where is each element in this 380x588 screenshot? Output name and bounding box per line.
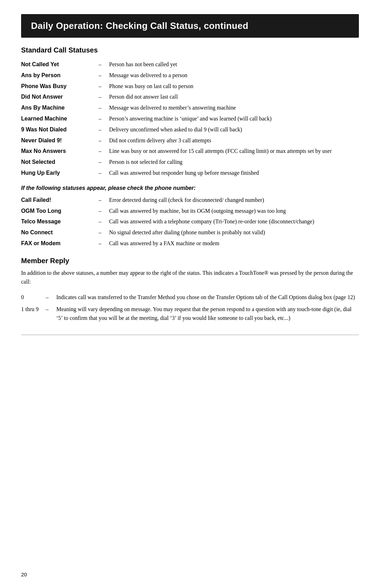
status-term: Phone Was Busy [21, 81, 99, 92]
status-term: No Connect [21, 227, 99, 238]
status-row: OGM Too Long–Call was answered by machin… [21, 206, 359, 217]
member-reply-section: Member Reply In addition to the above st… [21, 257, 359, 324]
status-term: Ans by Person [21, 70, 99, 81]
status-dash: – [99, 168, 109, 179]
member-reply-row: 0–Indicates call was transferred to the … [21, 291, 359, 303]
phone-check-heading: If the following statuses appear, please… [21, 185, 359, 191]
status-desc: Call was answered by machine, but its OG… [109, 206, 359, 217]
standard-statuses-table: Not Called Yet–Person has not been calle… [21, 59, 359, 179]
status-dash: – [99, 157, 109, 168]
status-term: FAX or Modem [21, 238, 99, 249]
status-row: No Connect–No signal detected after dial… [21, 227, 359, 238]
member-reply-row: 1 thru 9–Meaning will vary depending on … [21, 303, 359, 324]
status-desc: No signal detected after dialing (phone … [109, 227, 359, 238]
reply-dash: – [46, 291, 56, 303]
page-separator [21, 335, 359, 335]
status-dash: – [99, 124, 109, 135]
status-dash: – [99, 113, 109, 124]
status-row: Phone Was Busy–Phone was busy on last ca… [21, 81, 359, 92]
status-row: Learned Machine–Person’s answering machi… [21, 113, 359, 124]
status-desc: Person is not selected for calling [109, 157, 359, 168]
reply-number: 0 [21, 291, 46, 303]
status-term: Ans By Machine [21, 103, 99, 113]
status-term: Did Not Answer [21, 92, 99, 103]
reply-desc: Meaning will vary depending on message. … [56, 303, 359, 324]
page-header: Daily Operation: Checking Call Status, c… [21, 14, 359, 38]
status-dash: – [99, 195, 109, 206]
status-desc: Call was answered with a telephone compa… [109, 216, 359, 227]
status-row: Did Not Answer–Person did not answer las… [21, 92, 359, 103]
status-row: 9 Was Not Dialed–Delivery unconfirmed wh… [21, 124, 359, 135]
member-reply-intro: In addition to the above statuses, a num… [21, 268, 359, 286]
status-term: Never Dialed 9! [21, 135, 99, 146]
status-desc: Line was busy or not answered for 15 cal… [109, 146, 359, 157]
member-reply-title: Member Reply [21, 257, 359, 265]
page: Daily Operation: Checking Call Status, c… [0, 0, 380, 588]
phone-check-statuses-table: Call Failed!–Error detected during call … [21, 195, 359, 249]
status-dash: – [99, 146, 109, 157]
status-dash: – [99, 216, 109, 227]
status-desc: Person did not answer last call [109, 92, 359, 103]
status-term: Max No Answers [21, 146, 99, 157]
status-dash: – [99, 103, 109, 113]
page-title: Daily Operation: Checking Call Status, c… [31, 20, 248, 31]
status-desc: Call was answered but responder hung up … [109, 168, 359, 179]
status-row: Not Called Yet–Person has not been calle… [21, 59, 359, 70]
status-row: FAX or Modem–Call was answered by a FAX … [21, 238, 359, 249]
status-row: Never Dialed 9!–Did not confirm delivery… [21, 135, 359, 146]
status-row: Not Selected–Person is not selected for … [21, 157, 359, 168]
status-term: Hung Up Early [21, 168, 99, 179]
member-reply-items-table: 0–Indicates call was transferred to the … [21, 291, 359, 324]
status-desc: Person has not been called yet [109, 59, 359, 70]
status-term: Not Called Yet [21, 59, 99, 70]
status-dash: – [99, 238, 109, 249]
page-number: 20 [21, 571, 27, 577]
status-desc: Message was delivered to a person [109, 70, 359, 81]
standard-call-statuses-section: Standard Call Statuses Not Called Yet–Pe… [21, 46, 359, 179]
status-dash: – [99, 206, 109, 217]
reply-desc: Indicates call was transferred to the Tr… [56, 291, 359, 303]
status-dash: – [99, 92, 109, 103]
status-desc: Error detected during call (check for di… [109, 195, 359, 206]
status-row: Max No Answers–Line was busy or not answ… [21, 146, 359, 157]
status-row: Ans by Person–Message was delivered to a… [21, 70, 359, 81]
status-term: Call Failed! [21, 195, 99, 206]
status-desc: Delivery unconfirmed when asked to dial … [109, 124, 359, 135]
status-desc: Phone was busy on last call to person [109, 81, 359, 92]
status-dash: – [99, 70, 109, 81]
status-desc: Did not confirm delivery after 3 call at… [109, 135, 359, 146]
status-dash: – [99, 135, 109, 146]
status-term: Not Selected [21, 157, 99, 168]
status-dash: – [99, 227, 109, 238]
status-row: Hung Up Early–Call was answered but resp… [21, 168, 359, 179]
status-row: Call Failed!–Error detected during call … [21, 195, 359, 206]
status-desc: Message was delivered to member’s answer… [109, 103, 359, 113]
status-desc: Call was answered by a FAX machine or mo… [109, 238, 359, 249]
status-term: 9 Was Not Dialed [21, 124, 99, 135]
status-dash: – [99, 59, 109, 70]
reply-number: 1 thru 9 [21, 303, 46, 324]
status-term: OGM Too Long [21, 206, 99, 217]
status-desc: Person’s answering machine is ‘unique’ a… [109, 113, 359, 124]
status-dash: – [99, 81, 109, 92]
status-row: Telco Message–Call was answered with a t… [21, 216, 359, 227]
status-term: Learned Machine [21, 113, 99, 124]
standard-section-title: Standard Call Statuses [21, 46, 359, 54]
reply-dash: – [46, 303, 56, 324]
status-row: Ans By Machine–Message was delivered to … [21, 103, 359, 113]
status-term: Telco Message [21, 216, 99, 227]
